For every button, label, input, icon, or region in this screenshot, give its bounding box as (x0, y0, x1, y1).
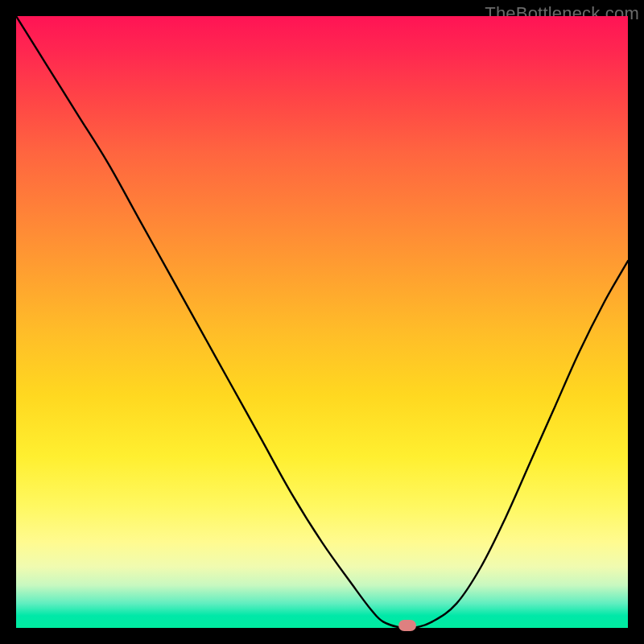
optimum-marker (398, 620, 416, 631)
plot-area (16, 16, 628, 628)
chart-container: TheBottleneck.com (0, 0, 644, 644)
